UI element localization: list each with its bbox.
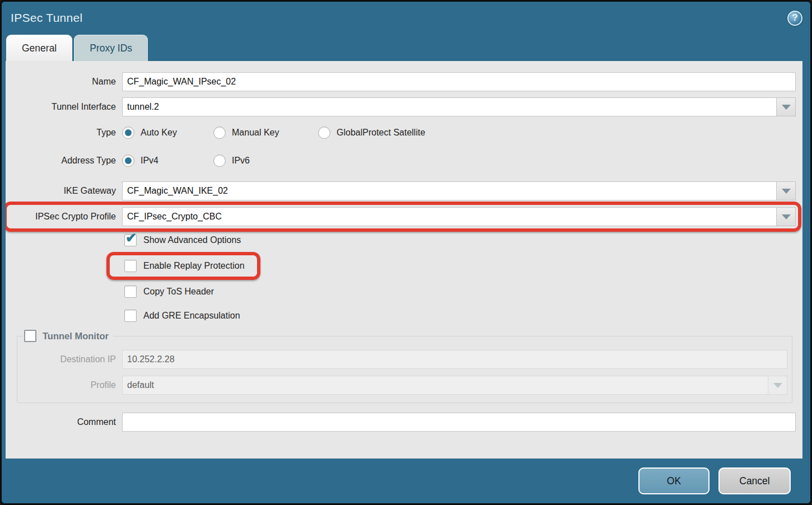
destination-ip-input xyxy=(122,350,787,369)
destination-ip-row: Destination IP xyxy=(22,350,787,369)
address-type-label: Address Type xyxy=(6,156,116,166)
chevron-down-icon xyxy=(782,214,791,219)
radio-unselected-icon xyxy=(213,127,226,139)
help-glyph: ? xyxy=(792,12,797,24)
address-type-row: Address Type IPv4 IPv6 xyxy=(6,152,796,169)
radio-auto-key[interactable]: Auto Key xyxy=(122,127,200,139)
tab-bar: General Proxy IDs xyxy=(2,34,810,61)
comment-label: Comment xyxy=(6,417,116,427)
monitor-profile-label: Profile xyxy=(22,380,116,390)
chevron-down-icon xyxy=(782,105,791,110)
tunnel-interface-row: Tunnel Interface xyxy=(6,97,796,116)
cancel-button[interactable]: Cancel xyxy=(718,467,791,494)
checkbox-checked-icon: ✔ xyxy=(124,234,137,246)
dialog-footer: OK Cancel xyxy=(2,459,810,503)
ike-gateway-input[interactable] xyxy=(122,181,777,200)
tunnel-interface-label: Tunnel Interface xyxy=(6,102,116,112)
radio-selected-icon xyxy=(122,127,134,139)
general-tab-panel: Name Tunnel Interface Type Auto Key xyxy=(6,61,802,459)
show-advanced-options-row: ✔ Show Advanced Options xyxy=(6,234,796,246)
ipsec-crypto-profile-dropdown-button[interactable] xyxy=(777,207,796,226)
tunnel-interface-dropdown-button[interactable] xyxy=(777,97,796,116)
ike-gateway-dropdown-button[interactable] xyxy=(777,181,796,200)
radio-ipv6[interactable]: IPv6 xyxy=(213,155,250,167)
name-row: Name xyxy=(6,72,796,91)
type-row: Type Auto Key Manual Key GlobalProtect S… xyxy=(6,124,796,141)
chevron-down-icon xyxy=(773,383,782,388)
dialog-title: IPSec Tunnel xyxy=(11,11,787,25)
ipsec-crypto-profile-label: IPSec Crypto Profile xyxy=(6,212,116,222)
comment-input[interactable] xyxy=(122,413,796,432)
show-advanced-options-checkbox[interactable]: ✔ Show Advanced Options xyxy=(124,234,241,246)
name-input[interactable] xyxy=(122,72,796,91)
checkbox-unchecked-icon xyxy=(124,260,137,272)
enable-replay-protection-row: Enable Replay Protection xyxy=(6,260,796,272)
tunnel-monitor-title: Tunnel Monitor xyxy=(43,331,109,342)
tunnel-monitor-section: Tunnel Monitor Destination IP Profile xyxy=(17,330,792,403)
radio-selected-icon xyxy=(122,155,134,167)
enable-replay-protection-checkbox[interactable]: Enable Replay Protection xyxy=(124,260,245,272)
radio-unselected-icon xyxy=(318,127,330,139)
ike-gateway-label: IKE Gateway xyxy=(6,186,116,196)
checkbox-unchecked-icon xyxy=(124,310,137,322)
monitor-profile-input xyxy=(122,376,768,395)
destination-ip-label: Destination IP xyxy=(22,354,116,364)
tunnel-monitor-checkbox[interactable] xyxy=(24,330,36,342)
radio-ipv4[interactable]: IPv4 xyxy=(122,155,200,167)
name-label: Name xyxy=(6,77,116,87)
ike-gateway-row: IKE Gateway xyxy=(6,181,796,200)
type-label: Type xyxy=(6,128,116,138)
tab-proxy-ids[interactable]: Proxy IDs xyxy=(74,35,148,61)
ipsec-tunnel-dialog: IPSec Tunnel ? General Proxy IDs Name Tu… xyxy=(0,0,812,505)
ok-button[interactable]: OK xyxy=(638,467,710,494)
copy-tos-header-row: Copy ToS Header xyxy=(6,286,796,298)
tab-general[interactable]: General xyxy=(6,35,72,61)
help-icon[interactable]: ? xyxy=(787,11,802,26)
radio-globalprotect-satellite[interactable]: GlobalProtect Satellite xyxy=(318,127,425,139)
add-gre-encapsulation-row: Add GRE Encapsulation xyxy=(6,310,796,322)
copy-tos-header-checkbox[interactable]: Copy ToS Header xyxy=(124,286,214,298)
add-gre-encapsulation-checkbox[interactable]: Add GRE Encapsulation xyxy=(124,310,240,322)
radio-unselected-icon xyxy=(213,155,226,167)
monitor-profile-dropdown-button xyxy=(768,376,787,395)
tunnel-interface-input[interactable] xyxy=(122,97,777,116)
comment-row: Comment xyxy=(6,413,796,432)
chevron-down-icon xyxy=(782,189,791,194)
dialog-titlebar: IPSec Tunnel ? xyxy=(2,2,810,34)
monitor-profile-row: Profile xyxy=(22,376,787,395)
ipsec-crypto-profile-row: IPSec Crypto Profile xyxy=(6,207,796,226)
checkbox-unchecked-icon xyxy=(124,286,137,298)
radio-manual-key[interactable]: Manual Key xyxy=(213,127,305,139)
tunnel-monitor-legend: Tunnel Monitor xyxy=(23,330,113,342)
ipsec-crypto-profile-input[interactable] xyxy=(122,207,777,226)
